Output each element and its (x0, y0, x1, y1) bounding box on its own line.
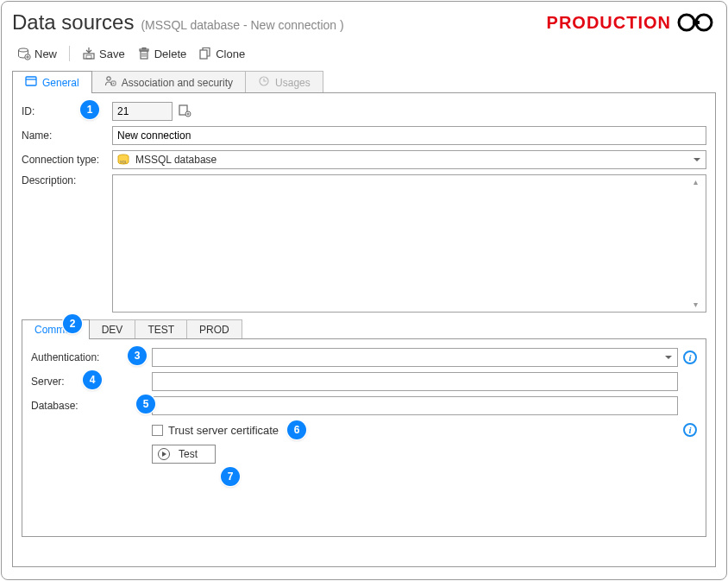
svg-rect-7 (84, 54, 94, 59)
database-field[interactable] (152, 396, 678, 415)
logo-icon (676, 12, 716, 33)
clone-button-label: Clone (216, 47, 245, 60)
new-icon (17, 47, 31, 60)
connection-type-select[interactable]: SQL MSSQL database (112, 150, 706, 169)
connection-type-label: Connection type: (22, 154, 112, 166)
toolbar-separator (69, 46, 70, 61)
usages-icon (258, 75, 270, 90)
save-button-label: Save (99, 47, 125, 60)
tab-general[interactable]: General (12, 71, 92, 93)
general-icon (25, 75, 37, 90)
annotation-marker-5: 5 (136, 395, 155, 414)
svg-point-3 (19, 48, 28, 52)
svg-rect-14 (142, 48, 146, 50)
name-label: Name: (22, 129, 112, 142)
save-icon (82, 47, 96, 60)
save-button[interactable]: Save (77, 45, 130, 62)
delete-icon (137, 47, 151, 60)
annotation-marker-2: 2 (63, 314, 82, 333)
play-icon (158, 448, 170, 460)
svg-rect-15 (200, 50, 207, 59)
tab-usages-label: Usages (275, 77, 311, 89)
description-label: Description: (22, 174, 112, 186)
clone-button[interactable]: Clone (193, 45, 250, 62)
test-button[interactable]: Test (152, 445, 216, 464)
chevron-down-icon (665, 356, 672, 359)
id-field[interactable] (112, 102, 173, 121)
new-button[interactable]: New (12, 45, 62, 62)
description-field[interactable] (112, 174, 706, 313)
environment-label: PRODUCTION (547, 13, 671, 33)
svg-point-0 (679, 15, 694, 30)
annotation-marker-4: 4 (83, 370, 102, 389)
annotation-marker-6: 6 (287, 420, 306, 439)
annotation-marker-3: 3 (128, 346, 147, 365)
tab-usages: Usages (245, 71, 323, 93)
clone-icon (198, 47, 212, 60)
connection-type-value: MSSQL database (135, 154, 217, 166)
trust-certificate-checkbox[interactable] (152, 425, 163, 436)
name-field[interactable] (112, 126, 706, 145)
tab-general-label: General (42, 77, 79, 89)
tab-association-label: Association and security (122, 77, 233, 89)
page-subtitle: (MSSQL database - New connection ) (141, 18, 343, 32)
svg-rect-16 (26, 77, 36, 85)
scroll-up-icon[interactable]: ▴ (693, 177, 704, 187)
svg-point-18 (107, 77, 110, 80)
association-icon (104, 75, 116, 90)
svg-text:SQL: SQL (120, 160, 128, 164)
page-title: Data sources (12, 10, 134, 35)
svg-point-20 (112, 83, 114, 85)
info-icon[interactable]: i (683, 350, 697, 364)
annotation-marker-1: 1 (80, 100, 99, 119)
database-label: Database: (31, 400, 152, 412)
tab-association[interactable]: Association and security (91, 71, 246, 93)
database-icon: SQL (116, 154, 130, 166)
delete-button[interactable]: Delete (132, 45, 192, 62)
info-icon[interactable]: i (683, 423, 697, 437)
new-button-label: New (35, 47, 57, 60)
authentication-select[interactable] (152, 348, 678, 367)
sub-tab-test[interactable]: TEST (135, 319, 187, 339)
test-button-label: Test (179, 448, 198, 460)
scroll-down-icon[interactable]: ▾ (693, 300, 704, 310)
sub-tab-dev[interactable]: DEV (89, 319, 136, 339)
chevron-down-icon (693, 158, 700, 161)
trust-certificate-label: Trust server certificate (168, 424, 279, 437)
annotation-marker-7: 7 (221, 467, 240, 486)
environment-badge: PRODUCTION (547, 12, 716, 33)
server-field[interactable] (152, 372, 678, 391)
id-action-icon[interactable] (178, 104, 191, 120)
sub-tab-prod[interactable]: PROD (186, 319, 242, 339)
delete-button-label: Delete (154, 47, 187, 60)
svg-rect-2 (693, 21, 700, 24)
